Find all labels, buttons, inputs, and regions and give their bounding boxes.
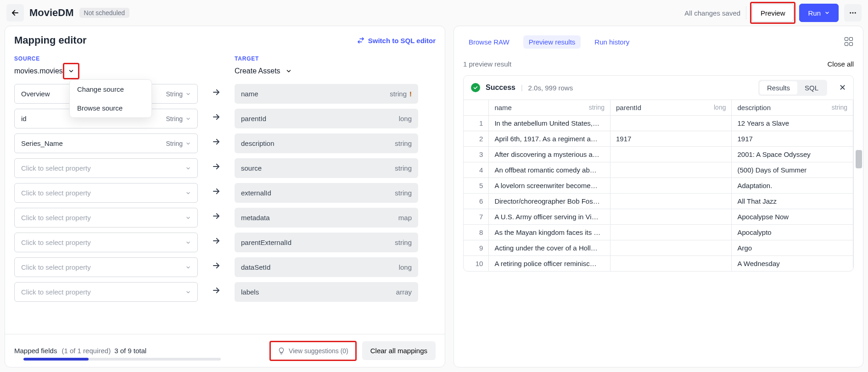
source-column: SOURCE movies.movies Change source Brows…: [14, 56, 198, 334]
cell-description: A Wednesday: [732, 256, 853, 272]
cell-description: 12 Years a Slave: [732, 116, 853, 131]
row-index: 2: [464, 131, 489, 147]
success-icon: [471, 83, 480, 92]
target-name: Create Assets: [235, 67, 280, 75]
mapped-fields-label: Mapped fields: [14, 347, 57, 355]
browse-source-item[interactable]: Browse source: [70, 99, 151, 117]
saved-status: All changes saved: [684, 9, 740, 17]
tab-preview-results[interactable]: Preview results: [523, 35, 581, 49]
top-bar: MovieDM Not scheduled All changes saved …: [5, 0, 863, 26]
mapped-total: 3 of 9 total: [114, 347, 146, 355]
row-index: 6: [464, 194, 489, 209]
result-card: Success | 2.0s, 999 rows Results SQL ✕ n…: [463, 75, 854, 272]
table-row[interactable]: 9Acting under the cover of a Holl…Argo: [464, 240, 853, 256]
table-row[interactable]: 4An offbeat romantic comedy ab…(500) Day…: [464, 162, 853, 178]
field-name: Click to select property: [21, 288, 91, 296]
source-dropdown-toggle[interactable]: [65, 65, 78, 78]
cell-description: Argo: [732, 240, 853, 256]
field-type: long: [399, 263, 412, 271]
field-type: [185, 240, 191, 245]
cell-parentId: [610, 209, 732, 225]
field-name: Click to select property: [21, 189, 91, 197]
mapping-arrow: [212, 206, 220, 226]
source-field-placeholder[interactable]: Click to select property: [14, 233, 198, 252]
clear-mappings-button[interactable]: Clear all mappings: [362, 341, 436, 360]
mapping-arrow: [212, 107, 220, 127]
page-title: MovieDM: [29, 7, 74, 19]
field-name: externalId: [241, 189, 271, 197]
source-field-placeholder[interactable]: Click to select property: [14, 158, 198, 178]
pill-results[interactable]: Results: [760, 81, 797, 94]
table-row[interactable]: 1In the antebellum United States,…12 Yea…: [464, 116, 853, 131]
cell-description: 1917: [732, 131, 853, 147]
results-tabs: Browse RAW Preview results Run history: [454, 26, 863, 49]
target-field-row: namestring !: [235, 84, 418, 104]
schedule-badge: Not scheduled: [79, 8, 130, 18]
row-index: 1: [464, 116, 489, 131]
field-name: labels: [241, 288, 259, 296]
view-suggestions-button[interactable]: View suggestions (0): [271, 343, 355, 359]
more-button[interactable]: [844, 4, 862, 22]
tab-run-history[interactable]: Run history: [589, 35, 635, 49]
mapping-arrow: [212, 255, 220, 275]
target-dropdown-toggle[interactable]: [282, 65, 295, 78]
success-label: Success: [486, 83, 515, 92]
mapping-arrow: [212, 156, 220, 176]
target-field-row: sourcestring: [235, 158, 418, 178]
target-field-row: parentExternalIdstring: [235, 233, 418, 252]
pill-sql[interactable]: SQL: [797, 81, 826, 94]
table-row[interactable]: 6Director/choreographer Bob Fos…All That…: [464, 194, 853, 209]
field-type: string: [395, 164, 412, 172]
preview-button[interactable]: Preview: [752, 4, 794, 22]
mapping-arrow: [212, 181, 220, 201]
dots-icon: [849, 9, 857, 17]
table-row[interactable]: 3After discovering a mysterious a…2001: …: [464, 147, 853, 162]
field-name: metadata: [241, 214, 270, 222]
field-type: string: [395, 189, 412, 197]
close-all-link[interactable]: Close all: [827, 60, 854, 68]
tab-browse-raw[interactable]: Browse RAW: [463, 35, 515, 49]
mapped-required: (1 of 1 required): [62, 347, 111, 355]
field-type: array: [396, 288, 412, 296]
cell-name: In the antebellum United States,…: [489, 116, 610, 131]
table-row[interactable]: 10A retiring police officer reminisc…A W…: [464, 256, 853, 272]
run-button[interactable]: Run: [799, 4, 839, 22]
table-row[interactable]: 5A lovelorn screenwriter become…Adaptati…: [464, 178, 853, 194]
target-field-row: dataSetIdlong: [235, 257, 418, 277]
switch-to-sql-link[interactable]: Switch to SQL editor: [357, 37, 436, 44]
table-row[interactable]: 8As the Mayan kingdom faces its …Apocaly…: [464, 225, 853, 240]
index-header: [464, 100, 489, 116]
field-type: string: [395, 239, 412, 246]
field-name: Click to select property: [21, 164, 91, 172]
main: Mapping editor Switch to SQL editor SOUR…: [5, 26, 863, 367]
source-field-placeholder[interactable]: Click to select property: [14, 257, 198, 277]
row-index: 8: [464, 225, 489, 240]
cell-name: A retiring police officer reminisc…: [489, 256, 610, 272]
suggestions-label: View suggestions (0): [289, 347, 348, 355]
lightbulb-icon: [278, 347, 285, 355]
mapping-arrow: [212, 280, 220, 300]
source-field-placeholder[interactable]: Click to select property: [14, 183, 198, 203]
column-header[interactable]: namestring: [489, 100, 610, 116]
editor-footer: Mapped fields (1 of 1 required) 3 of 9 t…: [5, 334, 445, 367]
column-header[interactable]: descriptionstring: [732, 100, 853, 116]
close-result-button[interactable]: ✕: [839, 83, 846, 93]
cell-parentId: [610, 116, 732, 131]
target-field-row: metadatamap: [235, 208, 418, 228]
layout-grid-icon[interactable]: [845, 37, 854, 46]
table-row[interactable]: 7A U.S. Army officer serving in Vi…Apoca…: [464, 209, 853, 225]
source-field-placeholder[interactable]: Click to select property: [14, 208, 198, 228]
source-field-placeholder[interactable]: Click to select property: [14, 282, 198, 302]
column-header[interactable]: parentIdlong: [610, 100, 732, 116]
field-name: Click to select property: [21, 214, 91, 222]
table-row[interactable]: 2April 6th, 1917. As a regiment a…191719…: [464, 131, 853, 147]
scrollbar[interactable]: [856, 150, 862, 168]
switch-icon: [357, 37, 364, 44]
back-button[interactable]: [6, 4, 24, 22]
source-field-row[interactable]: Series_NameString: [14, 133, 198, 153]
cell-parentId: 1917: [610, 131, 732, 147]
mapping-editor-title: Mapping editor: [14, 34, 87, 46]
source-label: SOURCE: [14, 56, 198, 62]
change-source-item[interactable]: Change source: [70, 80, 151, 99]
cell-parentId: [610, 240, 732, 256]
